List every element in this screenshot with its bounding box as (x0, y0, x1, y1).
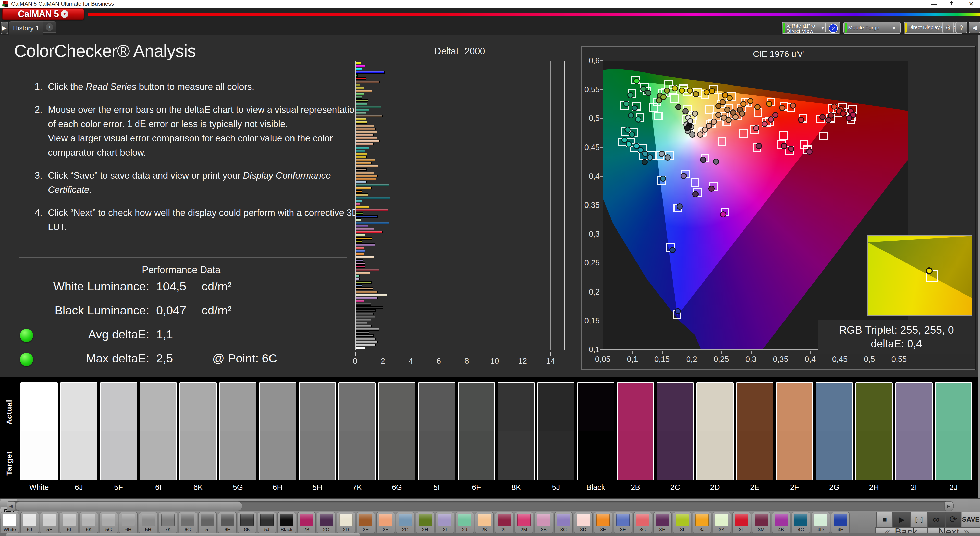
deltae-error-bar[interactable] (355, 65, 365, 67)
deltae-error-bar[interactable] (355, 150, 365, 152)
comparator-swatch[interactable] (180, 382, 217, 480)
comparator-swatch[interactable] (418, 382, 455, 480)
patch-button-2E[interactable]: 2E (356, 512, 375, 533)
patch-button-3J[interactable]: 3J (693, 512, 711, 533)
patch-button-3D[interactable]: 3D (574, 512, 593, 533)
patch-button-3M[interactable]: 3M (752, 512, 770, 533)
deltae-error-bar[interactable] (355, 344, 375, 346)
tab-history-1[interactable]: History 1 (9, 21, 43, 35)
comparator-swatch[interactable] (816, 382, 853, 480)
deltae-error-bar[interactable] (355, 334, 374, 337)
deltae-error-bar[interactable] (355, 338, 375, 340)
patch-button-3G[interactable]: 3G (633, 512, 652, 533)
deltae-error-bar[interactable] (355, 259, 363, 262)
comparator-swatch[interactable] (736, 382, 773, 480)
minimize-button[interactable]: — (926, 0, 942, 8)
deltae-error-bar[interactable] (355, 218, 361, 221)
collapse-panel-button[interactable]: ◀ (969, 22, 980, 33)
comparator-swatch[interactable] (498, 382, 535, 480)
comparator-swatch[interactable] (60, 382, 97, 480)
patch-button-7K[interactable]: 7K (159, 512, 177, 533)
deltae-error-bar[interactable] (355, 212, 363, 215)
patch-button-6G[interactable]: 6G (179, 512, 197, 533)
deltae-error-bar[interactable] (355, 200, 363, 202)
tab-scroll-button[interactable]: ▶ (0, 22, 8, 34)
deltae-error-bar[interactable] (355, 118, 366, 121)
deltae-error-bar[interactable] (355, 131, 377, 133)
deltae-error-bar[interactable] (355, 146, 369, 149)
deltae-error-bar[interactable] (355, 303, 371, 305)
patch-button-5H[interactable]: 5H (139, 512, 158, 533)
deltae-error-bar[interactable] (355, 284, 362, 286)
deltae-error-bar[interactable] (355, 181, 367, 183)
deltae-error-bar[interactable] (355, 243, 375, 246)
patch-button-4E[interactable]: 4E (831, 512, 850, 533)
deltae-error-bar[interactable] (355, 81, 380, 83)
deltae-error-bar[interactable] (355, 322, 367, 324)
deltae-error-bar[interactable] (355, 175, 378, 177)
deltae-error-bar[interactable] (355, 93, 364, 95)
refresh-button[interactable]: ⟳ (945, 512, 961, 527)
deltae-error-bar[interactable] (355, 153, 367, 155)
deltae-error-bar[interactable] (355, 234, 365, 236)
patch-button-3B[interactable]: 3B (535, 512, 553, 533)
deltae-error-bar[interactable] (355, 331, 369, 334)
deltae-error-bar[interactable] (355, 231, 383, 233)
comparator-swatch[interactable] (259, 382, 296, 480)
deltae-error-bar[interactable] (355, 287, 373, 290)
deltae-error-bar[interactable] (355, 187, 372, 189)
patch-button-2G[interactable]: 2G (396, 512, 414, 533)
meter-count-badge[interactable]: 2 (829, 24, 838, 33)
deltae-error-bar[interactable] (355, 184, 390, 186)
deltae-error-bar[interactable] (355, 240, 363, 243)
close-button[interactable]: ✕ (963, 0, 979, 8)
deltae-error-bar[interactable] (355, 247, 364, 249)
patch-button-3H[interactable]: 3H (653, 512, 672, 533)
deltae-error-bar[interactable] (355, 140, 380, 142)
patch-scrollbar-thumb[interactable] (15, 501, 242, 511)
deltae-error-bar[interactable] (355, 237, 372, 240)
deltae-error-bar[interactable] (355, 262, 365, 265)
deltae-error-bar[interactable] (355, 62, 361, 64)
comparator-swatch[interactable] (21, 382, 58, 480)
patch-button-2K[interactable]: 2K (475, 512, 493, 533)
deltae-error-bar[interactable] (355, 313, 374, 315)
loop-button[interactable]: ∞ (928, 512, 945, 527)
deltae-error-bar[interactable] (355, 316, 375, 318)
comparator-swatch[interactable] (100, 382, 137, 480)
comparator-swatch[interactable] (776, 382, 813, 480)
deltae-error-bar[interactable] (355, 215, 378, 218)
add-tab-button[interactable]: + (43, 21, 56, 33)
deltae-error-bar[interactable] (355, 341, 378, 343)
patch-button-3K[interactable]: 3K (713, 512, 731, 533)
comparator-swatch[interactable] (378, 382, 415, 480)
deltae-error-bar[interactable] (355, 197, 390, 199)
deltae-error-bar[interactable] (355, 99, 368, 102)
patch-button-2D[interactable]: 2D (337, 512, 355, 533)
comparator-swatch[interactable] (537, 382, 574, 480)
patch-button-5G[interactable]: 5G (100, 512, 118, 533)
deltae-error-bar[interactable] (355, 328, 379, 331)
comparator-swatch[interactable] (140, 382, 177, 480)
deltae-error-bar[interactable] (355, 275, 360, 277)
deltae-error-bar[interactable] (355, 74, 358, 76)
calman-menu-button[interactable]: CalMAN 5 ▼ (2, 8, 84, 20)
deltae-error-bar[interactable] (355, 206, 369, 208)
deltae-error-bar[interactable] (355, 347, 365, 350)
deltae-error-bar[interactable] (355, 253, 364, 255)
patch-button-3I[interactable]: 3I (673, 512, 691, 533)
deltae-error-bar[interactable] (355, 266, 365, 268)
deltae-error-bar[interactable] (355, 281, 372, 283)
deltae-error-bar[interactable] (355, 137, 377, 139)
patch-button-4B[interactable]: 4B (772, 512, 791, 533)
patch-button-3C[interactable]: 3C (554, 512, 573, 533)
patch-button-3L[interactable]: 3L (732, 512, 751, 533)
scroll-right-button[interactable]: ► (944, 501, 953, 511)
patch-button-2H[interactable]: 2H (416, 512, 434, 533)
deltae-error-bar[interactable] (355, 194, 368, 196)
deltae-error-bar[interactable] (355, 172, 374, 174)
deltae-error-bar[interactable] (355, 165, 379, 167)
comparator-swatch[interactable] (299, 382, 336, 480)
deltae-error-bar[interactable] (355, 124, 374, 127)
patch-button-White[interactable]: White (0, 512, 19, 533)
